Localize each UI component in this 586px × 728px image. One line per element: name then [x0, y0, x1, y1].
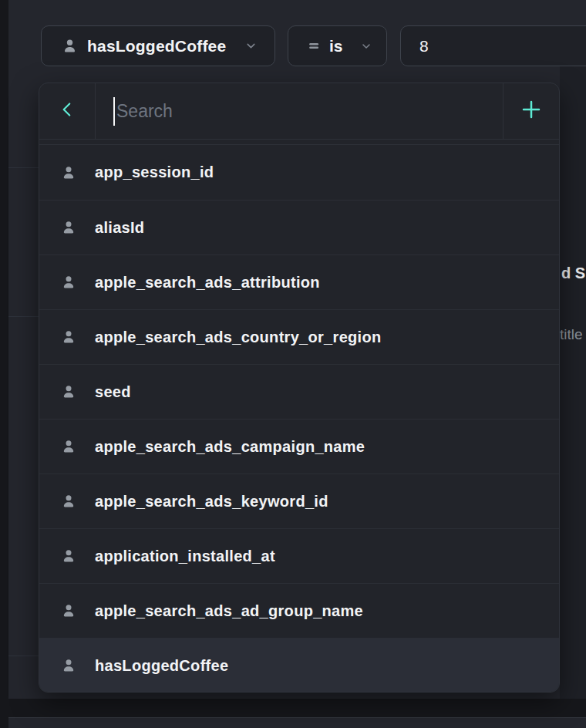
property-list-item[interactable]: app_session_id [39, 145, 559, 200]
property-name: aliasId [95, 219, 144, 237]
user-icon [62, 38, 78, 54]
property-list-item[interactable]: hasLoggedCoffee [39, 638, 559, 693]
clipped-background-text: title [560, 326, 583, 343]
chevron-down-icon [360, 40, 372, 52]
user-icon [61, 494, 76, 509]
clipped-background-text: d S [561, 265, 585, 282]
app-screen: d S title hasLoggedCoffee is 8 [0, 0, 586, 728]
property-list-item[interactable]: apple_search_ads_country_or_region [39, 309, 559, 364]
property-name: application_installed_at [95, 548, 275, 565]
background-divider [8, 656, 39, 656]
dropdown-search-row [39, 83, 559, 140]
property-name: apple_search_ads_keyword_id [95, 493, 328, 511]
text-caret [113, 97, 115, 126]
user-icon [61, 548, 76, 564]
filter-property-pill[interactable]: hasLoggedCoffee [41, 25, 275, 66]
user-icon [61, 603, 76, 618]
user-icon [61, 384, 76, 399]
user-icon [61, 329, 76, 345]
user-icon [61, 439, 76, 454]
chevron-down-icon [244, 39, 258, 52]
property-list-item[interactable]: apple_search_ads_ad_group_name [39, 583, 559, 638]
user-icon [61, 275, 76, 290]
next-card-edge [8, 717, 586, 728]
property-name: apple_search_ads_ad_group_name [95, 602, 363, 620]
property-list-item[interactable]: apple_search_ads_keyword_id [39, 474, 559, 528]
filter-value-text: 8 [419, 37, 429, 56]
property-name: seed [95, 383, 131, 401]
user-icon [61, 220, 76, 235]
plus-icon [520, 98, 543, 124]
equals-icon [307, 39, 322, 53]
property-dropdown: app_session_id aliasId apple_search_ad [39, 83, 560, 693]
property-list-item[interactable]: seed [39, 364, 559, 419]
property-list-item[interactable]: application_installed_at [39, 528, 559, 583]
left-dark-rail [0, 0, 8, 728]
back-button[interactable] [39, 83, 96, 139]
filter-property-label: hasLoggedCoffee [87, 37, 235, 56]
page-gap-strip [8, 699, 586, 717]
chevron-left-icon [57, 99, 77, 123]
user-icon [61, 165, 76, 180]
property-name: hasLoggedCoffee [95, 657, 228, 675]
filter-operator-label: is [329, 37, 343, 56]
filter-operator-pill[interactable]: is [288, 25, 387, 66]
property-list-item[interactable]: aliasId [39, 200, 559, 254]
background-shade [560, 66, 586, 699]
background-divider [8, 316, 39, 317]
add-property-button[interactable] [503, 83, 559, 139]
background-divider [8, 167, 39, 168]
property-name: apple_search_ads_country_or_region [95, 329, 381, 346]
property-name: apple_search_ads_attribution [95, 274, 320, 292]
user-icon [61, 658, 76, 673]
filter-value-field[interactable]: 8 [400, 25, 586, 66]
property-list-item[interactable]: apple_search_ads_attribution [39, 254, 559, 309]
property-list-item[interactable]: apple_search_ads_campaign_name [39, 419, 559, 474]
search-field-wrap [96, 83, 503, 139]
search-input[interactable] [96, 83, 503, 139]
property-list: app_session_id aliasId apple_search_ad [39, 144, 559, 693]
property-name: apple_search_ads_campaign_name [95, 438, 365, 456]
property-name: app_session_id [95, 163, 214, 181]
